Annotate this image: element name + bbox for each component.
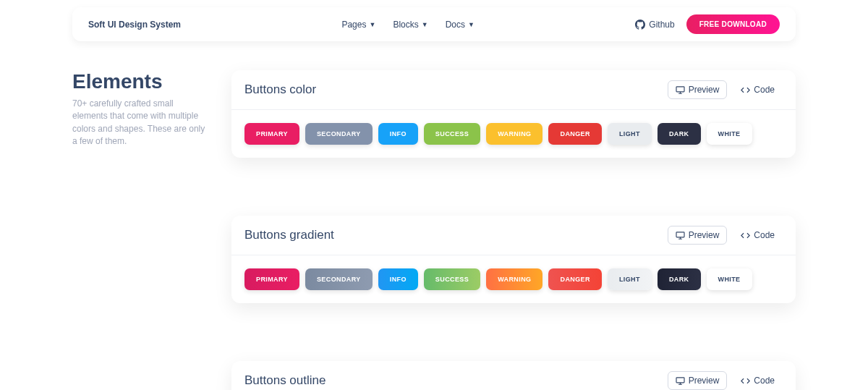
card-title: Buttons color [244,82,316,97]
preview-toggle[interactable]: Preview [668,80,728,99]
github-link[interactable]: Github [635,20,674,30]
svg-rect-0 [676,86,684,91]
btn-secondary-gradient[interactable]: SECONDARY [305,268,373,290]
btn-white-gradient[interactable]: WHITE [707,268,752,290]
chevron-down-icon: ▼ [468,21,475,28]
btn-primary[interactable]: PRIMARY [244,123,299,145]
btn-dark-gradient[interactable]: DARK [658,268,701,290]
card-buttons-gradient: Buttons gradient Preview Code PRIMARY [231,216,796,303]
card-title: Buttons gradient [244,228,334,242]
toggle-group: Preview Code [668,226,783,245]
chevron-down-icon: ▼ [422,21,428,28]
card-title: Buttons outline [244,373,326,388]
sidebar-description: 70+ carefully crafted small elements tha… [72,98,210,148]
sidebar-title: Elements [72,70,210,93]
btn-info[interactable]: INFO [378,123,418,145]
nav-blocks-label: Blocks [393,20,418,30]
monitor-icon [676,377,685,385]
btn-success-gradient[interactable]: SUCCESS [424,268,480,290]
code-toggle[interactable]: Code [733,226,783,245]
svg-rect-6 [676,377,684,382]
code-toggle[interactable]: Code [733,80,783,99]
nav-docs-label: Docs [446,20,465,30]
monitor-icon [676,232,685,239]
btn-light-gradient[interactable]: LIGHT [608,268,652,290]
code-label: Code [754,376,775,386]
preview-label: Preview [689,85,720,95]
monitor-icon [676,86,685,94]
chevron-down-icon: ▼ [369,21,375,28]
nav-blocks[interactable]: Blocks ▼ [393,20,427,30]
navbar: Soft UI Design System Pages ▼ Blocks ▼ D… [72,7,796,41]
code-icon [741,377,750,385]
toggle-group: Preview Code [668,371,783,390]
sidebar: Elements 70+ carefully crafted small ele… [72,70,210,390]
btn-info-gradient[interactable]: INFO [378,268,418,290]
nav-pages[interactable]: Pages ▼ [341,20,375,30]
btn-success[interactable]: SUCCESS [424,123,480,145]
preview-toggle[interactable]: Preview [668,371,728,390]
code-label: Code [754,230,775,240]
code-icon [741,86,750,94]
btn-warning-gradient[interactable]: WARNING [486,268,542,290]
code-toggle[interactable]: Code [733,371,783,390]
code-icon [741,232,750,239]
nav-center: Pages ▼ Blocks ▼ Docs ▼ [341,20,474,30]
free-download-button[interactable]: FREE DOWNLOAD [686,14,780,34]
btn-danger[interactable]: DANGER [548,123,601,145]
preview-label: Preview [689,376,720,386]
github-label: Github [649,20,674,30]
toggle-group: Preview Code [668,80,783,99]
svg-rect-3 [676,232,684,237]
preview-toggle[interactable]: Preview [668,226,728,245]
btn-danger-gradient[interactable]: DANGER [548,268,601,290]
btn-light[interactable]: LIGHT [608,123,652,145]
btn-warning[interactable]: WARNING [486,123,542,145]
btn-white[interactable]: WHITE [707,123,752,145]
card-buttons-color: Buttons color Preview Code PRIMARY [231,70,796,158]
btn-secondary[interactable]: SECONDARY [305,123,373,145]
code-label: Code [754,85,775,95]
brand-title: Soft UI Design System [88,20,181,30]
preview-label: Preview [689,230,720,240]
btn-dark[interactable]: DARK [658,123,701,145]
btn-primary-gradient[interactable]: PRIMARY [244,268,299,290]
nav-pages-label: Pages [341,20,366,30]
nav-docs[interactable]: Docs ▼ [446,20,475,30]
card-buttons-outline: Buttons outline Preview Code PRIMARY [231,361,796,390]
github-icon [635,20,645,30]
nav-right: Github FREE DOWNLOAD [635,14,780,34]
